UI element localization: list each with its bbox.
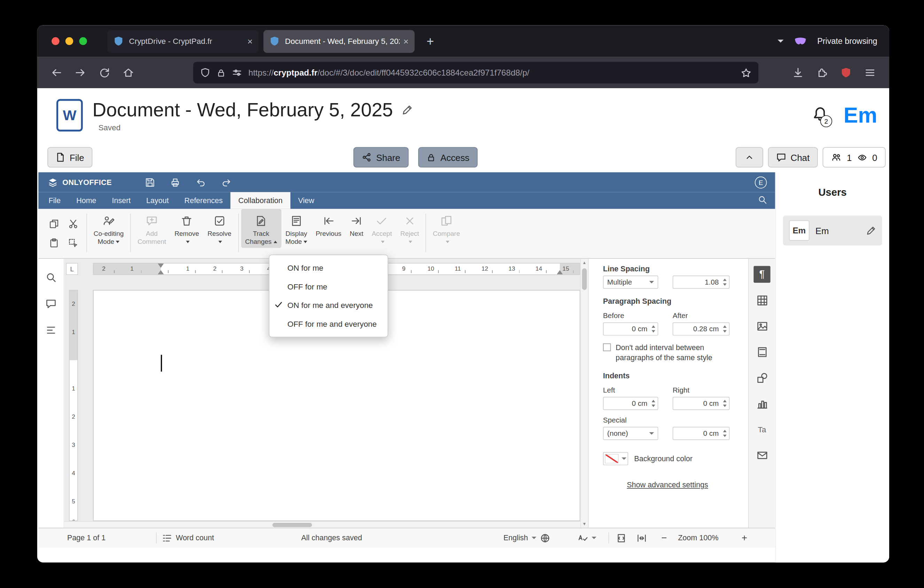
spin-up-icon[interactable] bbox=[652, 400, 655, 402]
horizontal-scroll-thumb[interactable] bbox=[272, 523, 312, 527]
no-interval-checkbox-row[interactable]: Don't add interval between paragraphs of… bbox=[603, 343, 738, 363]
document-language-button[interactable]: English bbox=[503, 529, 550, 548]
spin-up-icon[interactable] bbox=[652, 325, 655, 328]
collaborator-avatar[interactable]: E bbox=[755, 176, 767, 188]
undo-icon[interactable] bbox=[196, 177, 206, 187]
scroll-up-arrow[interactable]: ▲ bbox=[581, 260, 588, 266]
fit-page-button[interactable] bbox=[616, 529, 626, 548]
notifications-button[interactable]: 2 bbox=[812, 106, 828, 124]
new-tab-button[interactable]: + bbox=[426, 35, 434, 47]
lock-icon[interactable] bbox=[216, 68, 226, 77]
spin-down-icon[interactable] bbox=[723, 434, 727, 437]
horizontal-scrollbar[interactable] bbox=[64, 521, 580, 528]
user-list-item[interactable]: Em Em bbox=[783, 216, 882, 246]
access-button[interactable]: Access bbox=[418, 147, 478, 168]
cut-button[interactable] bbox=[66, 216, 81, 232]
edit-title-pencil-icon[interactable] bbox=[401, 104, 413, 116]
tab-close-icon[interactable]: × bbox=[404, 36, 409, 46]
spacing-after-spinner[interactable]: 0.28 cm bbox=[673, 322, 730, 335]
editor-search-button[interactable] bbox=[758, 195, 767, 206]
reject-change-button[interactable]: Reject bbox=[396, 209, 423, 248]
print-icon[interactable] bbox=[171, 177, 180, 187]
browser-tab-cryptdrive[interactable]: CryptDrive - CryptPad.fr × bbox=[107, 30, 258, 52]
header-footer-settings-tab[interactable] bbox=[754, 344, 771, 360]
spin-up-icon[interactable] bbox=[723, 400, 727, 402]
zoom-in-button[interactable]: + bbox=[742, 529, 747, 548]
paragraph-settings-tab[interactable]: ¶ bbox=[754, 266, 771, 282]
chart-settings-tab[interactable] bbox=[754, 395, 771, 412]
shape-settings-tab[interactable] bbox=[754, 369, 771, 386]
special-select[interactable]: (none) bbox=[603, 427, 658, 440]
tab-layout[interactable]: Layout bbox=[139, 192, 177, 209]
indent-left-spinner[interactable]: 0 cm bbox=[603, 397, 658, 410]
home-button[interactable] bbox=[118, 62, 139, 83]
tab-file[interactable]: File bbox=[41, 192, 69, 209]
show-advanced-settings-link[interactable]: Show advanced settings bbox=[603, 481, 732, 489]
tab-insert[interactable]: Insert bbox=[104, 192, 139, 209]
right-indent-marker[interactable] bbox=[557, 270, 563, 274]
compare-button[interactable]: Compare bbox=[429, 209, 464, 248]
textart-settings-tab[interactable]: Ta bbox=[754, 421, 771, 438]
tab-references[interactable]: References bbox=[177, 192, 231, 209]
tab-collaboration[interactable]: Collaboration bbox=[231, 192, 290, 209]
close-window-button[interactable] bbox=[51, 37, 59, 45]
spin-up-icon[interactable] bbox=[723, 430, 727, 432]
remove-comments-button[interactable]: Remove bbox=[170, 209, 203, 248]
spin-down-icon[interactable] bbox=[723, 330, 727, 332]
table-settings-tab[interactable] bbox=[754, 292, 771, 309]
paste-button[interactable] bbox=[47, 236, 61, 251]
page-indicator[interactable]: Page 1 of 1 bbox=[67, 529, 106, 548]
background-color-button[interactable] bbox=[603, 452, 628, 466]
url-bar[interactable]: https://cryptpad.fr/doc/#/3/doc/edit/ff0… bbox=[193, 62, 758, 84]
minimize-window-button[interactable] bbox=[66, 37, 73, 45]
menu-button[interactable] bbox=[859, 62, 881, 83]
chat-button[interactable]: Chat bbox=[768, 147, 818, 168]
vertical-scroll-thumb[interactable] bbox=[582, 268, 587, 290]
left-indent-marker[interactable] bbox=[158, 270, 163, 274]
select-button[interactable] bbox=[66, 236, 81, 251]
tab-view[interactable]: View bbox=[290, 192, 322, 209]
spin-up-icon[interactable] bbox=[723, 325, 727, 328]
menu-item-on-for-everyone[interactable]: ON for me and everyone bbox=[269, 296, 388, 315]
word-count-button[interactable]: Word count bbox=[162, 529, 214, 548]
next-change-button[interactable]: Next bbox=[346, 209, 368, 240]
tab-close-icon[interactable]: × bbox=[247, 36, 252, 46]
zoom-level-label[interactable]: Zoom 100% bbox=[678, 529, 718, 548]
vertical-scrollbar[interactable]: ▲ ▼ bbox=[580, 259, 588, 528]
copy-button[interactable] bbox=[47, 216, 61, 232]
redo-icon[interactable] bbox=[222, 177, 232, 187]
spin-down-icon[interactable] bbox=[723, 405, 727, 407]
line-spacing-spinner[interactable]: 1.08 bbox=[673, 276, 730, 289]
spin-down-icon[interactable] bbox=[652, 405, 655, 407]
comments-panel-icon[interactable] bbox=[46, 299, 56, 309]
spin-up-icon[interactable] bbox=[723, 279, 727, 281]
checkbox[interactable] bbox=[603, 344, 610, 351]
browser-tab-document[interactable]: Document - Wed, February 5, 2025 × bbox=[264, 30, 415, 52]
coediting-mode-button[interactable]: Co-editingMode bbox=[89, 209, 128, 248]
extensions-button[interactable] bbox=[811, 62, 833, 83]
tracking-shield-icon[interactable] bbox=[201, 68, 210, 78]
navigation-headings-icon[interactable] bbox=[46, 325, 56, 335]
previous-change-button[interactable]: Previous bbox=[312, 209, 346, 240]
forward-button[interactable] bbox=[69, 62, 91, 83]
line-spacing-select[interactable]: Multiple bbox=[603, 276, 658, 289]
downloads-button[interactable] bbox=[787, 62, 809, 83]
permissions-icon[interactable] bbox=[232, 68, 242, 78]
page-title[interactable]: Document - Wed, February 5, 2025 bbox=[92, 99, 393, 121]
spin-down-icon[interactable] bbox=[652, 330, 655, 332]
share-button[interactable]: Share bbox=[353, 147, 409, 168]
reload-button[interactable] bbox=[94, 62, 115, 83]
image-settings-tab[interactable] bbox=[754, 318, 771, 334]
maximize-window-button[interactable] bbox=[79, 37, 87, 45]
zoom-out-button[interactable]: − bbox=[661, 529, 667, 548]
mail-merge-settings-tab[interactable] bbox=[754, 447, 771, 463]
fit-width-button[interactable] bbox=[637, 529, 647, 548]
bookmark-star-icon[interactable] bbox=[741, 68, 751, 78]
collapse-toolbar-button[interactable] bbox=[735, 147, 763, 168]
menu-item-off-for-me[interactable]: OFF for me bbox=[269, 277, 388, 296]
vertical-ruler[interactable]: 2 1 1 2 3 4 5 6 bbox=[69, 290, 78, 521]
tab-stop-selector[interactable]: L bbox=[66, 263, 78, 275]
track-changes-button[interactable]: TrackChanges bbox=[241, 209, 281, 248]
list-tabs-icon[interactable] bbox=[778, 40, 784, 43]
spin-down-icon[interactable] bbox=[723, 283, 727, 286]
